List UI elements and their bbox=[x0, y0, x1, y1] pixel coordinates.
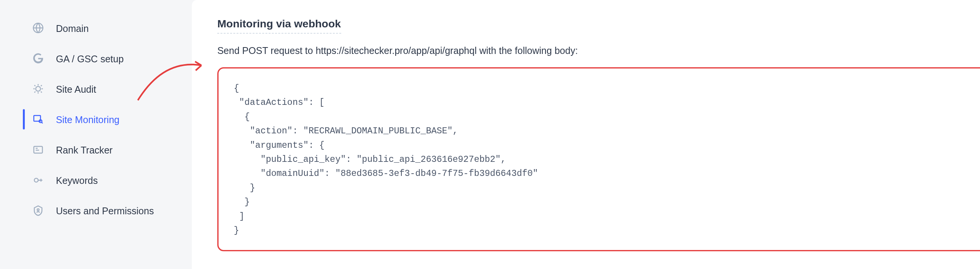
monitor-search-icon bbox=[30, 112, 46, 127]
sidebar-item-label: GA / GSC setup bbox=[56, 53, 124, 63]
sidebar-item-label: Site Monitoring bbox=[56, 114, 119, 125]
section-title: Monitoring via webhook bbox=[217, 18, 341, 34]
sidebar-item-label: Domain bbox=[56, 22, 89, 33]
globe-icon bbox=[30, 20, 46, 35]
sidebar-item-rank-tracker[interactable]: Rank Tracker bbox=[0, 134, 192, 165]
sidebar-item-keywords[interactable]: Keywords bbox=[0, 165, 192, 195]
svg-point-1 bbox=[36, 87, 41, 92]
svg-point-5 bbox=[34, 178, 38, 182]
sidebar-item-ga-gsc[interactable]: GA / GSC setup bbox=[0, 43, 192, 74]
code-block[interactable]: { "dataActions": [ { "action": "RECRAWL_… bbox=[217, 67, 980, 252]
google-g-icon bbox=[30, 51, 46, 66]
shield-user-icon bbox=[30, 203, 46, 218]
sidebar-item-site-audit[interactable]: Site Audit bbox=[0, 74, 192, 104]
key-icon bbox=[30, 172, 46, 188]
sidebar: Domain GA / GSC setup Site Audit Site Mo… bbox=[0, 0, 192, 269]
sidebar-item-label: Keywords bbox=[56, 175, 98, 185]
sidebar-item-users-permissions[interactable]: Users and Permissions bbox=[0, 195, 192, 226]
section-description: Send POST request to https://sitechecker… bbox=[217, 45, 980, 56]
svg-point-6 bbox=[37, 209, 39, 210]
sidebar-item-label: Rank Tracker bbox=[56, 144, 113, 155]
sidebar-item-label: Site Audit bbox=[56, 84, 96, 94]
main-content: Monitoring via webhook Send POST request… bbox=[192, 0, 980, 269]
bug-icon bbox=[30, 81, 46, 97]
sidebar-item-label: Users and Permissions bbox=[56, 205, 154, 216]
rank-icon bbox=[30, 142, 46, 157]
sidebar-item-site-monitoring[interactable]: Site Monitoring bbox=[0, 104, 192, 134]
sidebar-item-domain[interactable]: Domain bbox=[0, 13, 192, 43]
